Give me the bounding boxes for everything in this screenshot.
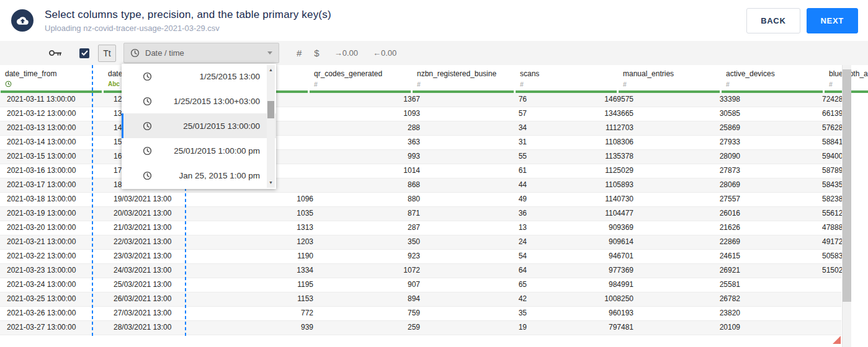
table-cell: 27933 <box>640 136 747 149</box>
table-cell: 27/03/2021 13:00 <box>107 307 213 320</box>
clock-icon <box>143 97 152 106</box>
table-cell: 64 <box>427 264 534 278</box>
table-cell: 28090 <box>640 150 747 164</box>
table-cell: 25581 <box>640 278 747 292</box>
next-button[interactable]: NEXT <box>807 8 858 33</box>
table-cell: 1290529 <box>854 264 868 278</box>
date-format-select-value: Date / time <box>145 48 184 58</box>
include-column-checkbox[interactable] <box>79 48 89 58</box>
column-header-date_time_from[interactable]: date_time_from <box>0 65 103 93</box>
table-row: 2021-03-18 13:00:0019/03/2021 13:0010968… <box>0 193 841 207</box>
table-cell: 923 <box>320 250 427 263</box>
table-cell: 19/03/2021 13:00 <box>107 193 213 206</box>
column-settings-toolbar: Tt Date / time # $ →0.00 ←0.00 <box>0 41 868 66</box>
menu-scrollbar-thumb[interactable] <box>267 101 274 118</box>
column-header-active_devices[interactable]: active_devices# <box>721 65 824 93</box>
decrease-decimals-button[interactable]: ←0.00 <box>373 48 396 58</box>
table-cell: 24615 <box>640 250 747 263</box>
table-cell: 25/03/2021 13:00 <box>107 278 213 292</box>
table-scrollbar[interactable] <box>842 65 851 347</box>
table-cell: 724288 <box>747 93 854 107</box>
table-cell: 2021-03-14 13:00:00 <box>0 136 107 149</box>
table-cell: 49 <box>427 193 534 206</box>
clock-icon <box>143 171 152 180</box>
table-cell: 1105893 <box>534 178 640 192</box>
table-cell: 363 <box>320 136 427 149</box>
table-cell: 880 <box>320 193 427 206</box>
table-cell: 57 <box>427 107 534 121</box>
number-type-button[interactable]: # <box>297 48 302 58</box>
table-cell: 21/03/2021 13:00 <box>107 221 213 235</box>
increase-decimals-button[interactable]: →0.00 <box>334 48 358 58</box>
table-cell: 55 <box>427 150 534 164</box>
table-cell: 1035 <box>213 207 320 221</box>
table-cell: 288 <box>320 121 427 135</box>
clock-icon <box>143 72 152 81</box>
table-cell: 2021-03-16 13:00:00 <box>0 164 107 178</box>
table-cell <box>747 307 854 320</box>
format-option[interactable]: 1/25/2015 13:00 <box>122 64 276 89</box>
text-type-button[interactable]: Tt <box>98 45 116 62</box>
primary-key-icon[interactable] <box>48 48 62 58</box>
format-option[interactable]: 25/01/2015 1:00:00 pm <box>122 138 276 163</box>
back-button[interactable]: BACK <box>746 8 800 33</box>
column-header-nzbn_registered_busine[interactable]: nzbn_registered_busine# <box>412 65 515 93</box>
table-cell: 907 <box>320 278 427 292</box>
format-dropdown-menu: 1/25/2015 13:00 1/25/2015 13:00+03:00 25… <box>122 64 276 189</box>
date-format-select[interactable]: Date / time <box>123 43 279 63</box>
table-cell: 350 <box>320 235 427 249</box>
scroll-up-icon[interactable]: ▲ <box>267 67 275 73</box>
format-option[interactable]: Jan 25, 2015 1:00 pm <box>122 163 276 188</box>
table-cell: 26782 <box>640 292 747 306</box>
column-name: qr_codes_generated <box>314 69 407 78</box>
table-cell: 26/03/2021 13:00 <box>107 292 213 306</box>
table-cell: 2021-03-23 13:00:00 <box>0 264 107 278</box>
table-cell: 1014 <box>320 164 427 178</box>
table-cell: 76 <box>427 93 534 107</box>
column-name: date_time_from <box>5 69 98 78</box>
table-cell: 1242956 <box>854 136 868 149</box>
table-cell: 2021-03-26 13:00:00 <box>0 307 107 320</box>
page-title: Select columns type, precision, and the … <box>45 9 331 21</box>
scroll-down-icon[interactable]: ▼ <box>267 180 275 186</box>
format-options-list: 1/25/2015 13:00 1/25/2015 13:00+03:00 25… <box>122 64 276 188</box>
column-quality-bar <box>310 90 411 93</box>
table-row: 2021-03-25 13:00:0026/03/2021 13:0011538… <box>0 292 841 307</box>
table-cell: 894 <box>320 292 427 306</box>
clock-icon <box>5 81 12 87</box>
table-cell: 2021-03-11 13:00:00 <box>0 93 107 107</box>
table-cell: 2021-03-19 13:00:00 <box>0 207 107 221</box>
table-cell: 1367 <box>320 93 427 107</box>
table-cell: 1233952 <box>854 178 868 192</box>
table-row: 2021-03-23 13:00:0024/03/2021 13:0013341… <box>0 264 841 278</box>
table-cell: 35 <box>427 307 534 320</box>
scrollbar-thumb[interactable] <box>843 69 851 302</box>
menu-scrollbar[interactable]: ▲ ▼ <box>267 65 275 188</box>
column-quality-bar <box>516 90 617 93</box>
table-cell: 1343665 <box>534 107 640 121</box>
table-cell: 1469575 <box>534 93 640 107</box>
table-cell: 1238464 <box>854 121 868 135</box>
table-cell: 21626 <box>640 221 747 235</box>
table-cell: 939 <box>213 321 320 335</box>
table-cell: 1261266 <box>854 93 868 107</box>
table-cell: 2021-03-25 13:00:00 <box>0 292 107 306</box>
format-option[interactable]: 25/01/2015 13:00:00 <box>122 113 276 138</box>
format-option[interactable]: 1/25/2015 13:00+03:00 <box>122 89 276 113</box>
table-row: 2021-03-21 13:00:0022/03/2021 13:0012033… <box>0 235 841 250</box>
table-cell: 25869 <box>640 121 747 135</box>
column-header-manual_entries[interactable]: manual_entries# <box>618 65 721 93</box>
column-type-indicator <box>5 80 98 88</box>
column-header-scans[interactable]: scans# <box>515 65 618 93</box>
column-type-indicator: # <box>417 80 510 88</box>
table-row: 2021-03-24 13:00:0025/03/2021 13:0011959… <box>0 278 841 292</box>
currency-type-button[interactable]: $ <box>314 48 319 58</box>
table-cell <box>854 292 868 306</box>
table-cell: 2021-03-12 13:00:00 <box>0 107 107 121</box>
table-cell: 31 <box>427 136 534 149</box>
data-preview-table: date_time_from date_time_toAbc#qr_codes_… <box>0 65 868 347</box>
column-header-qr_codes_generated[interactable]: qr_codes_generated# <box>309 65 412 93</box>
table-cell: 2021-03-15 13:00:00 <box>0 150 107 164</box>
table-cell: 1254171 <box>854 107 868 121</box>
table-cell: 1224961 <box>854 207 868 221</box>
